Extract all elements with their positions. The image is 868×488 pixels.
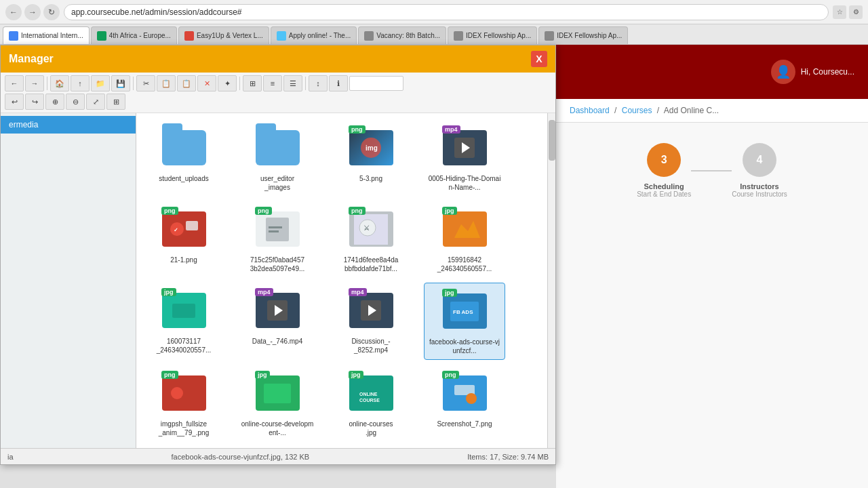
tb-save[interactable]: 💾 [111, 75, 130, 92]
tb-folder-up[interactable]: ↑ [71, 75, 90, 92]
file-item-21-1-png[interactable]: png ✓ 21-1.png [143, 201, 224, 277]
svg-point-34 [466, 393, 477, 404]
preview-13 [162, 375, 206, 411]
step-wrapper-4: 4 Instructors Course Instructors [732, 143, 787, 198]
file-thumb-10: mp4 [254, 287, 301, 334]
file-name-6: 715c25f0abad4573b2dea5097e49... [250, 256, 305, 273]
tb-zoom-out[interactable]: ⊖ [66, 94, 85, 110]
folder-icon-2 [256, 130, 300, 165]
breadcrumb-current: Add Online C... [664, 106, 719, 115]
file-thumb-8: jpg [441, 205, 488, 253]
tab-vacancy[interactable]: Vacancy: 8th Batch... [358, 26, 446, 44]
file-thumb-16: png [441, 369, 488, 417]
tab-label-7: IDEX Fellowship Ap... [557, 32, 622, 39]
file-thumb-14: jpg [254, 369, 301, 417]
tb-grid-view[interactable]: ⊞ [243, 75, 262, 92]
address-bar[interactable] [64, 4, 829, 20]
reload-button[interactable]: ↻ [43, 4, 60, 20]
file-name-2: user_editor_images [260, 174, 294, 192]
file-item-screenshot-7[interactable]: png Screenshot_7.png [424, 365, 505, 441]
tb-delete[interactable]: ✕ [197, 75, 216, 92]
file-name-8: 159916842_246340560557... [437, 256, 492, 273]
tb-copy[interactable]: 📋 [157, 75, 176, 92]
breadcrumb: Dashboard / Courses / Add Online C... [556, 99, 868, 123]
file-item-student-uploads[interactable]: student_uploads [143, 120, 224, 196]
tab-apply[interactable]: Apply online! - The... [271, 26, 357, 44]
preview-9 [162, 293, 206, 328]
file-item-5-3-png[interactable]: png img 5-3.png [330, 120, 412, 196]
file-item-1741d6[interactable]: png ⚔ 1741d6feee8a4dabbfbddafde71bf... [330, 201, 412, 277]
badge-mp4-1: mp4 [442, 125, 460, 134]
tb-back[interactable]: ← [5, 75, 24, 92]
svg-rect-11 [269, 230, 279, 232]
tb-forward[interactable]: → [25, 75, 44, 92]
tb-new-folder[interactable]: 📁 [91, 75, 110, 92]
user-avatar: 👤 [771, 60, 795, 84]
extensions-icon[interactable]: ⚙ [849, 5, 863, 19]
svg-text:FB ADS: FB ADS [453, 309, 473, 315]
file-item-facebook-ads[interactable]: jpg FB ADS facebook-ads-course-vjunfzcf.… [424, 283, 505, 360]
tb-properties[interactable]: ℹ [329, 75, 348, 92]
tb-fullscreen[interactable]: ⤢ [86, 94, 105, 110]
step-name-3: Scheduling [637, 182, 691, 190]
svg-point-26 [171, 387, 183, 399]
fm-close-button[interactable]: X [531, 51, 547, 67]
fm-search-input[interactable] [349, 76, 403, 91]
tb-paste[interactable]: 📋 [177, 75, 196, 92]
fm-sidebar: ermedia [1, 113, 136, 448]
sidebar-item-ermedia[interactable]: ermedia [1, 116, 136, 134]
file-item-159916842[interactable]: jpg 159916842_246340560557... [424, 201, 505, 277]
tb-sep-2 [133, 77, 134, 90]
tb-list-view[interactable]: ≡ [263, 75, 282, 92]
tb-zoom-in[interactable]: ⊕ [45, 94, 64, 110]
forward-button[interactable]: → [24, 4, 41, 20]
tb-rename[interactable]: ✦ [218, 75, 237, 92]
tb-undo[interactable]: ↩ [5, 94, 24, 110]
tb-split[interactable]: ⊞ [106, 94, 125, 110]
tab-easy1up[interactable]: Easy1Up & Vertex L... [178, 26, 269, 44]
preview-15: ONLINECOURSE [349, 375, 393, 411]
tb-detail-view[interactable]: ☰ [283, 75, 302, 92]
scrollbar[interactable] [547, 113, 555, 448]
file-item-imgpsh[interactable]: png imgpsh_fullsize_anim__79_.png [143, 365, 224, 441]
tab-idex2[interactable]: IDEX Fellowship Ap... [538, 26, 628, 44]
file-item-discussion[interactable]: mp4 Discussion_-_8252.mp4 [330, 283, 412, 360]
file-item-0005-hiding[interactable]: mp4 0005-Hiding-The-Domain-Name-... [424, 120, 505, 196]
tab-idex1[interactable]: IDEX Fellowship Ap... [448, 26, 537, 44]
file-item-online-courses[interactable]: jpg ONLINECOURSE online-courses.jpg [330, 365, 412, 441]
breadcrumb-dashboard[interactable]: Dashboard [570, 106, 610, 115]
bookmark-icon[interactable]: ☆ [833, 5, 846, 19]
tab-international[interactable]: International Intern... [3, 26, 90, 44]
statusbar-right: Items: 17, Size: 9.74 MB [467, 453, 549, 461]
badge-png-5: png [161, 371, 178, 379]
file-thumb-2 [254, 124, 301, 171]
tb-cut[interactable]: ✂ [136, 75, 155, 92]
file-item-user-editor[interactable]: user_editor_images [237, 120, 318, 196]
preview-3: img [349, 130, 393, 165]
tb-redo[interactable]: ↪ [25, 94, 44, 110]
tab-africa[interactable]: 4th Africa - Europe... [91, 26, 177, 44]
file-thumb-11: mp4 [347, 287, 395, 334]
file-thumb-4: mp4 [441, 124, 488, 171]
svg-text:✓: ✓ [174, 227, 178, 233]
tab-favicon-2 [97, 31, 106, 41]
file-item-715c25[interactable]: png 715c25f0abad4573b2dea5097e49... [237, 201, 318, 277]
file-name-4: 0005-Hiding-The-Domain-Name-... [428, 174, 501, 192]
browser-icons: ☆ ⚙ [833, 5, 863, 19]
badge-png-2: png [161, 207, 178, 215]
user-info: 👤 Hi, Coursecu... [771, 60, 854, 84]
file-item-web-traffic[interactable]: jpg WEBTRAFFIC ... [143, 447, 224, 448]
file-item-data-746[interactable]: mp4 Data_-_746.mp4 [237, 283, 318, 360]
badge-jpg-4: jpg [255, 371, 270, 379]
tab-favicon-7 [545, 31, 554, 41]
breadcrumb-courses[interactable]: Courses [622, 106, 652, 115]
tb-home[interactable]: 🏠 [50, 75, 69, 92]
back-button[interactable]: ← [5, 4, 22, 20]
tab-favicon-5 [364, 31, 374, 41]
tb-sort[interactable]: ↕ [309, 75, 328, 92]
file-item-online-course-dev[interactable]: jpg online-course-development-... [237, 365, 318, 441]
file-item-160073117[interactable]: jpg 160073117_246340020557... [143, 283, 224, 360]
file-name-9: 160073117_246340020557... [157, 337, 212, 354]
file-thumb-13: png [160, 369, 208, 417]
scrollbar-thumb[interactable] [549, 120, 555, 161]
